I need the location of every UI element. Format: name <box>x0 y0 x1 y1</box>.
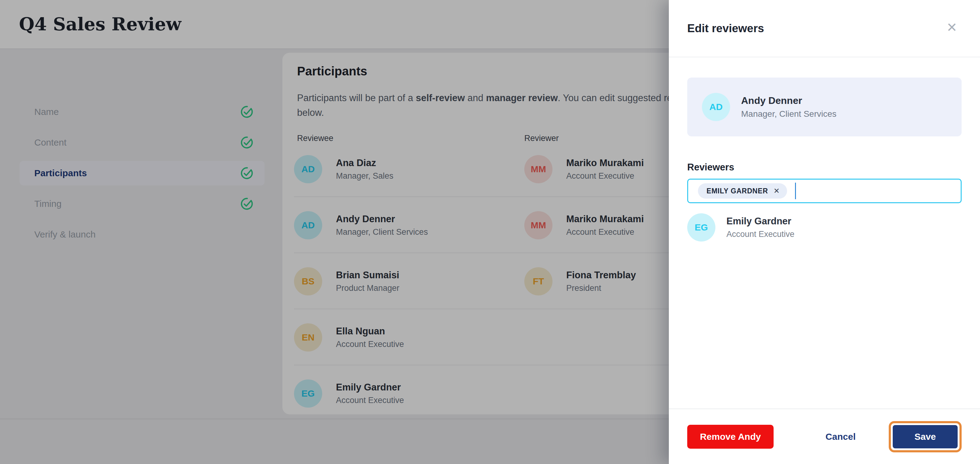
person-name: Emily Gardner <box>726 216 794 227</box>
modal-title: Edit reviewers <box>687 0 764 57</box>
modal-footer: Remove Andy Cancel Save <box>669 408 980 464</box>
person-name: Andy Denner <box>741 95 836 106</box>
close-icon[interactable]: ✕ <box>943 19 960 36</box>
person-role: Manager, Client Services <box>741 109 836 119</box>
edit-reviewers-modal: Edit reviewers ✕ AD Andy Denner Manager,… <box>669 0 980 464</box>
save-button-focus-ring: Save <box>889 421 962 452</box>
modal-header: Edit reviewers ✕ <box>669 0 980 57</box>
avatar: EG <box>687 213 715 241</box>
selected-person-card: AD Andy Denner Manager, Client Services <box>687 78 962 136</box>
chip-remove-icon[interactable]: ✕ <box>773 187 780 195</box>
reviewer-chip-label: EMILY GARDNER <box>706 187 768 195</box>
person-role: Account Executive <box>726 230 794 239</box>
save-button[interactable]: Save <box>893 425 958 448</box>
text-caret <box>795 183 796 199</box>
reviewers-input[interactable]: EMILY GARDNER ✕ <box>687 179 962 203</box>
suggestion-item[interactable]: EG Emily Gardner Account Executive <box>687 213 794 241</box>
reviewers-label: Reviewers <box>687 162 734 173</box>
cancel-button[interactable]: Cancel <box>826 432 856 442</box>
avatar: AD <box>702 93 730 121</box>
remove-andy-button[interactable]: Remove Andy <box>687 425 773 449</box>
reviewer-chip[interactable]: EMILY GARDNER ✕ <box>698 183 787 199</box>
